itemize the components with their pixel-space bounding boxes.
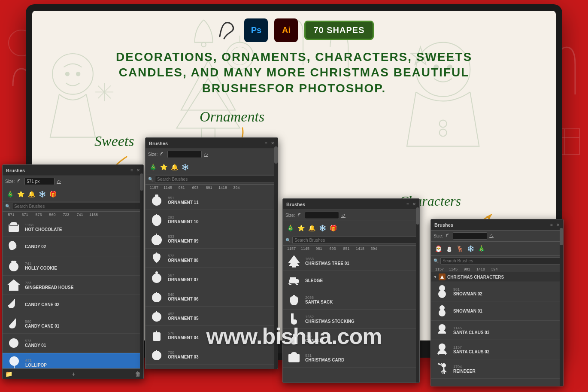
brush-item-snowman-01[interactable]: SNOWMAN 01 [431,301,563,321]
brush-item-candy-02[interactable]: CANDY 02 [3,237,143,256]
brush-item-ornament-10[interactable]: 292 ORNAMENT 10 [145,210,278,229]
scrollbar-dec[interactable] [416,199,419,383]
add-brush-btn[interactable]: + [72,371,75,377]
panel-ornaments-close[interactable]: ✕ [271,141,274,146]
svg-point-109 [443,346,443,347]
brush-item-christmas-card[interactable]: 931 CHRISTMAS CARD [283,348,419,368]
section-christmas-characters[interactable]: ▼ CHRISTMAS CHARACTERS [431,272,563,282]
panel-decorations-collapse[interactable]: ≡ [405,202,411,207]
brush-item-candy-01[interactable]: 573 CANDY 01 [3,334,143,353]
panel-characters-size-row: Size: [431,231,563,242]
panel-ornaments-header: Brushes ≡ ✕ [145,138,278,149]
panel-decorations-close[interactable]: ✕ [412,202,416,207]
reset-icon-dec[interactable] [297,213,303,219]
panel-sweets-header: Brushes ≡ ✕ [3,165,143,176]
brush-item-gingerbread-house[interactable]: 723 GINGERBREAD HOUSE [3,276,143,295]
website-watermark: www.bishua.com [206,323,382,349]
ornaments-label: Ornaments [200,109,264,125]
section-icon [439,273,446,280]
search-input-sweets[interactable] [12,203,141,210]
brush-icon-hot-chocolate [6,219,21,235]
svg-rect-86 [293,265,295,267]
edit-icon-char[interactable] [488,233,494,239]
headline-line3: BRUSHESFOR PHOTOSHOP. [58,81,530,96]
panel-characters-controls[interactable]: ≡ ✕ [549,222,560,227]
edit-brush-icon[interactable] [56,179,62,185]
panel-characters-close[interactable]: ✕ [556,222,560,227]
char-preset-1[interactable]: 🎅 [433,244,443,253]
orn-preset-4[interactable]: ❄️ [180,162,190,172]
scrollbar-char[interactable] [560,219,563,386]
search-input-char[interactable] [440,257,561,264]
panel-decorations-search[interactable]: 🔍 [283,235,419,246]
scrollbar-sweets[interactable] [140,165,143,379]
size-input-dec[interactable] [305,212,339,219]
edit-icon-ornaments[interactable] [203,152,209,158]
brush-preset-3[interactable]: 🔔 [27,189,36,199]
svg-point-56 [10,357,18,365]
char-preset-5[interactable]: 🎄 [476,244,486,253]
dec-preset-5[interactable]: 🎁 [328,223,338,233]
orn-preset-2[interactable]: ⭐ [159,162,168,172]
panel-ornaments-nums: 1157 1145 981 693 891 1418 394 [145,185,278,191]
panel-ornaments-search[interactable]: 🔍 [145,174,278,185]
size-input-ornaments[interactable] [167,151,202,158]
brush-preset-4[interactable]: ❄️ [37,189,47,199]
panel-decorations-controls[interactable]: ≡ ✕ [405,202,416,207]
svg-point-73 [152,293,161,302]
char-preset-4[interactable]: ❄️ [466,244,475,253]
brush-item-holly-cookie[interactable]: 741 HOLLY COOKIE [3,256,143,276]
brush-item-ornament-06[interactable]: 540 ORNAMENT 06 [145,287,278,307]
panel-sweets-list: 1158 HOT CHOCOLATE CANDY 02 741 HOLLY CO… [3,218,143,373]
brush-item-christmas-tree[interactable]: 1663 CHRISTMAS TREE 01 [283,252,419,271]
panel-characters-search[interactable]: 🔍 [431,256,563,266]
dec-preset-3[interactable]: 🔔 [307,223,316,233]
char-preset-3[interactable]: 🦌 [455,244,464,253]
brush-item-candy-cane-02[interactable]: CANDY CANE 02 [3,295,143,314]
orn-preset-3[interactable]: 🔔 [170,162,179,172]
brush-item-snowman-02[interactable]: 981 SNOWMAN 02 [431,282,563,301]
brush-item-hot-chocolate[interactable]: 1158 HOT CHOCOLATE [3,218,143,237]
brush-preset-5[interactable]: 🎁 [48,189,58,199]
add-folder-btn[interactable]: 📁 [5,371,12,377]
dec-preset-1[interactable]: 🎄 [285,223,295,233]
orn-preset-1[interactable]: 🎄 [148,162,158,172]
reset-icon[interactable] [17,179,23,185]
brush-preset-2[interactable]: ⭐ [16,189,25,199]
brush-item-sledge[interactable]: SLEDGE [283,271,419,290]
brush-item-santa-03[interactable]: 1145 SANTA CLAUS 03 [431,321,563,340]
brush-item-santa-sack[interactable]: 2036 SANTA SACK [283,290,419,310]
search-icon-ornaments: 🔍 [148,177,153,182]
edit-icon-dec[interactable] [340,213,346,219]
dec-preset-2[interactable]: ⭐ [296,223,306,233]
brush-item-ornament-07[interactable]: 567 ORNAMENT 07 [145,268,278,287]
panel-sweets-controls[interactable]: ≡ ✕ [129,168,140,173]
panel-sweets-search[interactable]: 🔍 [3,201,143,212]
dec-preset-4[interactable]: ❄️ [318,223,327,233]
brush-item-ornament-11[interactable]: 851 ORNAMENT 11 [145,191,278,210]
brush-item-reindeer[interactable]: 1704 REINDEER [431,359,563,379]
panel-ornaments-controls[interactable]: ≡ ✕ [263,141,274,146]
reset-icon-char[interactable] [446,233,452,239]
brush-icon-candy-02 [6,239,21,254]
panel-ornaments-collapse[interactable]: ≡ [263,141,269,146]
panel-characters-collapse[interactable]: ≡ [549,222,555,227]
brush-item-santa-02[interactable]: 1157 SANTA CLAUS 02 [431,340,563,359]
panel-sweets-collapse[interactable]: ≡ [129,168,135,173]
brush-item-ornament-08[interactable]: 572 ORNAMENT 08 [145,249,278,268]
panel-sweets-size-controls[interactable] [17,178,141,185]
char-preset-2[interactable]: ⛄ [444,244,454,253]
size-input-char[interactable] [453,232,487,240]
svg-point-103 [442,307,443,308]
brush-item-ornament-09[interactable]: 833 ORNAMENT 09 [145,229,278,249]
brush-icon-candy-cane-01 [6,316,21,331]
reset-icon-ornaments[interactable] [160,152,166,158]
panel-characters-list: 981 SNOWMAN 02 SNOWMAN 01 1145 SANTA CLA… [431,282,563,379]
panel-sweets-close[interactable]: ✕ [136,168,140,173]
size-input-sweets[interactable] [24,178,55,185]
panel-sweets-title: Brushes [6,168,25,173]
brush-preset-1[interactable]: 🎄 [5,189,15,199]
brush-item-candy-cane-01[interactable]: 560 CANDY CANE 01 [3,314,143,334]
search-input-dec[interactable] [292,237,417,244]
search-input-ornaments[interactable] [155,176,275,183]
